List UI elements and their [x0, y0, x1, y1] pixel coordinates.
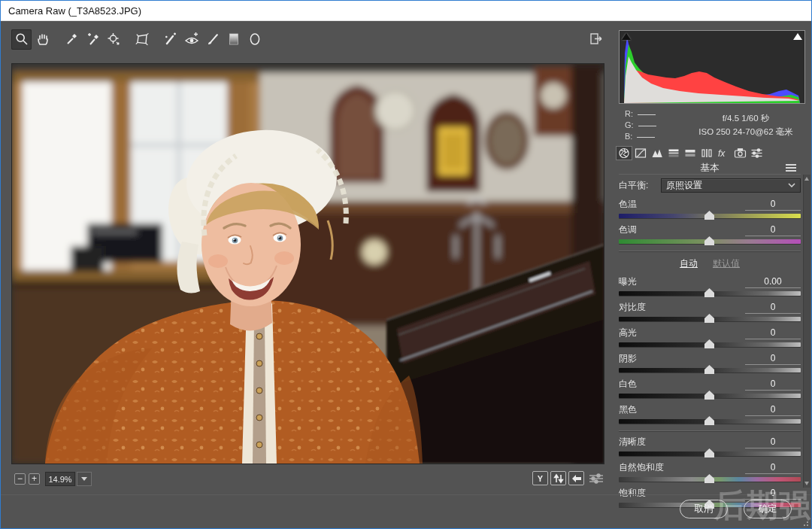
minus-icon: −	[17, 473, 23, 484]
highlights-slider-track[interactable]	[619, 342, 801, 347]
basic-panel: 白平衡: 原照设置 色温0 色调0 自动 默认值 曝光0.00	[619, 178, 801, 514]
spot-removal-tool[interactable]	[160, 29, 180, 50]
photo-woman-period-costume	[12, 64, 604, 464]
tint-slider-track[interactable]	[619, 239, 801, 244]
contrast-slider-track[interactable]	[619, 317, 801, 321]
tab-tone-curve[interactable]	[632, 146, 649, 160]
swap-before-after-button[interactable]	[550, 471, 566, 485]
slider-thumb[interactable]	[704, 339, 714, 348]
chevron-down-icon	[788, 183, 795, 187]
titlebar[interactable]: Camera Raw (_T3A8523.JPG)	[1, 1, 811, 21]
graduated-filter-tool[interactable]	[223, 29, 244, 50]
red-eye-removal-tool[interactable]	[181, 29, 201, 50]
hand-tool[interactable]	[32, 29, 53, 50]
slider-highlights: 高光0	[619, 328, 801, 347]
slider-thumb[interactable]	[704, 236, 714, 245]
slider-thumb[interactable]	[704, 474, 714, 483]
slider-thumb[interactable]	[704, 391, 714, 400]
toggle-fullscreen-button[interactable]	[586, 30, 606, 48]
copy-settings-button[interactable]	[568, 471, 584, 485]
tab-split-toning[interactable]	[682, 146, 698, 160]
slider-label: 饱和度	[619, 487, 646, 500]
slider-thumb[interactable]	[704, 314, 714, 323]
zoom-tool[interactable]	[11, 29, 32, 50]
resize-grip[interactable]	[801, 518, 808, 526]
healing-brush-icon	[163, 32, 178, 47]
vibrance-value-field[interactable]: 0	[745, 462, 801, 474]
preview-settings-button[interactable]	[588, 473, 604, 488]
shadow-clipping-indicator[interactable]	[622, 33, 631, 40]
temperature-value-field[interactable]: 0	[745, 199, 801, 211]
exposure-slider-track[interactable]	[619, 291, 801, 296]
slider-thumb[interactable]	[704, 288, 714, 297]
tab-effects[interactable]: fx	[715, 146, 732, 160]
clarity-value-field[interactable]: 0	[745, 436, 801, 448]
white-balance-row: 白平衡: 原照设置	[619, 178, 801, 193]
vibrance-slider-track[interactable]	[619, 477, 801, 482]
radial-filter-tool[interactable]	[244, 29, 265, 50]
shadows-slider-track[interactable]	[619, 368, 801, 372]
panel-menu-button[interactable]	[786, 164, 796, 172]
targeted-adjustment-tool[interactable]	[103, 29, 123, 50]
color-sampler-tool[interactable]	[82, 29, 102, 50]
image-info: R: G: B: f/4.5 1/60 秒 ISO 250 24-70@62 毫…	[619, 107, 805, 144]
whites-slider-track[interactable]	[619, 394, 801, 398]
tab-camera-calibration[interactable]	[732, 146, 748, 160]
preview-mode-button[interactable]: Y	[532, 471, 548, 485]
tone-curve-icon	[635, 147, 647, 159]
saturation-value-field[interactable]: 0	[745, 488, 801, 500]
ok-button[interactable]: 确定	[744, 500, 792, 518]
blacks-slider-track[interactable]	[619, 419, 801, 424]
zoom-level-dropdown[interactable]	[77, 472, 92, 486]
shadows-value-field[interactable]: 0	[745, 353, 801, 365]
zoom-level-field[interactable]: 14.9%	[45, 472, 75, 486]
slider-label: 高光	[619, 327, 637, 339]
fx-icon: fx	[717, 147, 730, 159]
chevron-down-icon	[81, 477, 87, 481]
tint-value-field[interactable]: 0	[745, 224, 801, 236]
ok-label: 确定	[759, 503, 777, 515]
tab-presets[interactable]	[748, 146, 765, 160]
tab-basic[interactable]	[616, 146, 632, 160]
default-link[interactable]: 默认值	[713, 257, 740, 270]
auto-link[interactable]: 自动	[680, 257, 698, 270]
slider-label: 曝光	[619, 275, 637, 288]
tab-detail[interactable]	[649, 146, 665, 160]
hsl-bars-icon	[668, 147, 680, 159]
clarity-slider-track[interactable]	[619, 451, 801, 456]
slider-thumb[interactable]	[704, 416, 714, 425]
white-balance-dropdown[interactable]: 原照设置	[661, 178, 801, 193]
exposure-value-field[interactable]: 0.00	[745, 276, 801, 288]
image-preview[interactable]	[11, 63, 604, 464]
panel-tabs: fx	[616, 146, 765, 160]
exif-line-2: ISO 250 24-70@62 毫米	[686, 125, 805, 138]
zoom-out-button[interactable]: −	[14, 473, 26, 485]
exif-info: f/4.5 1/60 秒 ISO 250 24-70@62 毫米	[686, 111, 805, 138]
highlight-clipping-indicator[interactable]	[793, 33, 802, 40]
panel-scrollbar[interactable]	[803, 175, 810, 488]
adjustment-brush-tool[interactable]	[202, 29, 223, 50]
g-value-dash	[638, 126, 656, 126]
crop-tool[interactable]	[132, 29, 152, 50]
cancel-button[interactable]: 取消	[680, 500, 728, 518]
white-balance-tool[interactable]	[61, 29, 81, 50]
blacks-value-field[interactable]: 0	[745, 404, 801, 416]
scroll-up-arrow[interactable]	[804, 176, 810, 182]
b-label: B:	[625, 132, 632, 141]
slider-label: 白色	[619, 378, 637, 391]
slider-thumb[interactable]	[704, 365, 714, 374]
temperature-slider-track[interactable]	[619, 214, 801, 218]
tab-hsl-grayscale[interactable]	[665, 146, 682, 160]
scroll-down-arrow[interactable]	[804, 480, 810, 486]
slider-thumb[interactable]	[704, 211, 714, 220]
highlights-value-field[interactable]: 0	[745, 327, 801, 339]
zoom-in-button[interactable]: +	[29, 473, 40, 485]
slider-label: 清晰度	[619, 436, 646, 448]
slider-thumb[interactable]	[704, 448, 714, 458]
contrast-value-field[interactable]: 0	[745, 302, 801, 314]
target-circle-icon	[106, 32, 121, 47]
slider-vibrance: 自然饱和度0	[619, 463, 801, 482]
slider-exposure: 曝光0.00	[619, 277, 801, 296]
whites-value-field[interactable]: 0	[745, 379, 801, 391]
tab-lens-corrections[interactable]	[698, 146, 715, 160]
